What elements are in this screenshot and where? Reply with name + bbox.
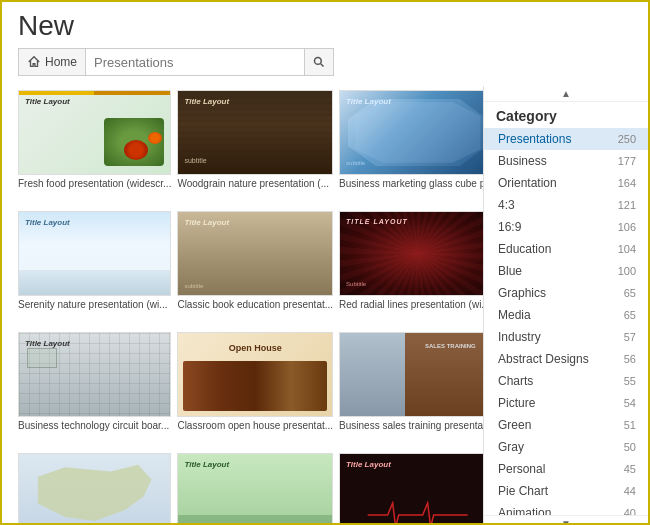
category-count: 65: [624, 307, 636, 324]
category-name: Pie Chart: [498, 482, 548, 500]
thumbnail: TITLE LAYOUT Subtitle: [339, 211, 483, 296]
category-count: 100: [618, 263, 636, 280]
gallery: Title Layout Fresh food presentation (wi…: [2, 86, 483, 525]
category-item[interactable]: Pie Chart44: [484, 480, 648, 502]
category-name: Media: [498, 306, 531, 324]
category-item[interactable]: 4:3121: [484, 194, 648, 216]
category-name: Presentations: [498, 130, 571, 148]
category-count: 44: [624, 483, 636, 500]
scroll-up-button[interactable]: ▲: [484, 86, 648, 102]
home-label: Home: [45, 55, 77, 69]
category-count: 55: [624, 373, 636, 390]
home-icon: [27, 55, 41, 69]
gallery-item[interactable]: OUR 50 STATES Our 50 states...: [18, 453, 171, 525]
category-count: 250: [618, 131, 636, 148]
category-count: 56: [624, 351, 636, 368]
category-item[interactable]: Green51: [484, 414, 648, 436]
item-caption: Woodgrain nature presentation (...: [177, 177, 333, 190]
category-name: Charts: [498, 372, 533, 390]
category-name: Abstract Designs: [498, 350, 589, 368]
category-name: Picture: [498, 394, 535, 412]
gallery-item[interactable]: Title Layout subtitle Classic book educa…: [177, 211, 333, 326]
gallery-item[interactable]: Title Layout Red ECG presentation...: [339, 453, 483, 525]
gallery-item[interactable]: Title Layout Green title layout...: [177, 453, 333, 525]
category-item[interactable]: Blue100: [484, 260, 648, 282]
gallery-item[interactable]: Title Layout subtitle Woodgrain nature p…: [177, 90, 333, 205]
category-name: Blue: [498, 262, 522, 280]
scroll-down-button[interactable]: ▼: [484, 515, 648, 525]
category-count: 45: [624, 461, 636, 478]
thumbnail: Title Layout: [177, 453, 333, 525]
gallery-item[interactable]: Title Layout subtitle Business marketing…: [339, 90, 483, 205]
category-name: Orientation: [498, 174, 557, 192]
search-bar: Home: [18, 48, 632, 76]
gallery-item[interactable]: SALES TRAINING Business sales training p…: [339, 332, 483, 447]
category-count: 106: [618, 219, 636, 236]
item-caption: Serenity nature presentation (wi...: [18, 298, 171, 311]
category-item[interactable]: 16:9106: [484, 216, 648, 238]
category-item[interactable]: Media65: [484, 304, 648, 326]
category-item[interactable]: Education104: [484, 238, 648, 260]
category-item[interactable]: Gray50: [484, 436, 648, 458]
item-caption: Business sales training presentati...: [339, 419, 483, 432]
sidebar-title: Category: [484, 102, 648, 128]
search-input[interactable]: [85, 48, 305, 76]
category-item[interactable]: Industry57: [484, 326, 648, 348]
category-count: 177: [618, 153, 636, 170]
thumbnail: Title Layout subtitle: [339, 90, 483, 175]
svg-point-0: [315, 58, 322, 65]
category-name: Business: [498, 152, 547, 170]
category-name: Gray: [498, 438, 524, 456]
category-item[interactable]: Abstract Designs56: [484, 348, 648, 370]
thumbnail: Title Layout: [18, 90, 171, 175]
thumbnail: Title Layout subtitle: [177, 211, 333, 296]
category-item[interactable]: Business177: [484, 150, 648, 172]
category-item[interactable]: Orientation164: [484, 172, 648, 194]
gallery-item[interactable]: Title Layout Serenity nature presentatio…: [18, 211, 171, 326]
gallery-item[interactable]: Title Layout Fresh food presentation (wi…: [18, 90, 171, 205]
thumbnail: Title Layout: [18, 211, 171, 296]
thumbnail: Open House: [177, 332, 333, 417]
category-count: 50: [624, 439, 636, 456]
category-name: Graphics: [498, 284, 546, 302]
category-item[interactable]: Presentations250: [484, 128, 648, 150]
search-icon: [313, 56, 325, 68]
thumbnail: Title Layout subtitle: [177, 90, 333, 175]
category-count: 104: [618, 241, 636, 258]
svg-line-1: [321, 64, 324, 67]
category-count: 57: [624, 329, 636, 346]
thumbnail: OUR 50 STATES: [18, 453, 171, 525]
category-count: 51: [624, 417, 636, 434]
category-item[interactable]: Graphics65: [484, 282, 648, 304]
item-caption: Business technology circuit boar...: [18, 419, 171, 432]
item-caption: Classic book education presentat...: [177, 298, 333, 311]
home-button[interactable]: Home: [18, 48, 85, 76]
category-name: Green: [498, 416, 531, 434]
category-name: Education: [498, 240, 551, 258]
item-caption: Red radial lines presentation (wi...: [339, 298, 483, 311]
item-caption: Business marketing glass cube p...: [339, 177, 483, 190]
category-count: 121: [618, 197, 636, 214]
thumbnail: SALES TRAINING: [339, 332, 483, 417]
category-item[interactable]: Picture54: [484, 392, 648, 414]
search-button[interactable]: [305, 48, 334, 76]
category-name: Industry: [498, 328, 541, 346]
item-caption: Fresh food presentation (widescr...: [18, 177, 171, 190]
category-count: 65: [624, 285, 636, 302]
sidebar: ▲ Category Presentations250Business177Or…: [483, 86, 648, 525]
thumbnail: Title Layout: [18, 332, 171, 417]
category-item[interactable]: Charts55: [484, 370, 648, 392]
category-name: Personal: [498, 460, 545, 478]
gallery-item[interactable]: Open House Classroom open house presenta…: [177, 332, 333, 447]
item-caption: Classroom open house presentat...: [177, 419, 333, 432]
category-name: 4:3: [498, 196, 515, 214]
gallery-item[interactable]: Title Layout Business technology circuit…: [18, 332, 171, 447]
thumbnail: Title Layout: [339, 453, 483, 525]
main-content: Title Layout Fresh food presentation (wi…: [2, 86, 648, 525]
category-count: 164: [618, 175, 636, 192]
page-title: New: [18, 10, 632, 42]
gallery-item[interactable]: TITLE LAYOUT Subtitle Red radial lines p…: [339, 211, 483, 326]
category-item[interactable]: Personal45: [484, 458, 648, 480]
category-count: 54: [624, 395, 636, 412]
header: New Home: [2, 2, 648, 86]
